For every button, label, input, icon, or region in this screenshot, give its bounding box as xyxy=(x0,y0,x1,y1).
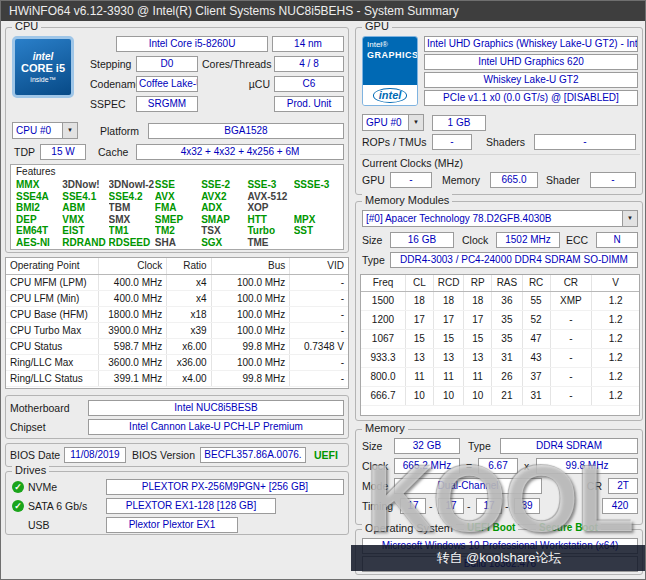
gpu-pcie-field: PCIe v1.1 x0 (0.0 GT/s) @ [DISABLED] xyxy=(424,90,638,106)
memory-clock-field: 665.0 xyxy=(490,172,538,188)
intel-graphics-logo: Intel® GRAPHICS intel xyxy=(362,36,418,106)
cpu-feature-sse4.1: SSE4.1 xyxy=(62,191,108,203)
gpu-group-label: GPU xyxy=(362,20,392,32)
memory-type-field: DDR4 SDRAM xyxy=(500,438,638,454)
timing-label: Timing xyxy=(362,498,396,514)
title-bar[interactable]: HWiNFO64 v6.12-3930 @ Intel(R) Client Sy… xyxy=(1,1,646,21)
logo-inside-text: inside™ xyxy=(30,75,55,84)
cpu-features-grid: MMX3DNow!3DNowI-2SSESSE-2SSE-3SSSE-3SSE4… xyxy=(16,179,340,247)
timing-trfc-field: 420 xyxy=(602,498,638,514)
cell: 15 xyxy=(464,329,492,348)
cpu-feature-dep: DEP xyxy=(16,214,62,226)
timing-tras-field: 39 xyxy=(514,498,540,514)
motherboard-group: Motherboard Intel NUC8i5BESB Chipset Int… xyxy=(5,395,349,439)
chevron-down-icon[interactable]: ▼ xyxy=(622,211,637,226)
uefi-boot-badge: UEFI Boot xyxy=(464,522,518,533)
bios-version-field: BECFL357.86A.0076. xyxy=(200,447,306,463)
cpu-feature-sse4.2: SSE4.2 xyxy=(109,191,155,203)
cell: 13 xyxy=(464,348,492,367)
ecc-field: N xyxy=(596,232,638,248)
cpu-feature-tme: TME xyxy=(247,237,293,249)
cell: 31 xyxy=(492,348,523,367)
cell: x36.00 xyxy=(167,354,211,370)
cell: x6.00 xyxy=(167,338,211,354)
cell: - xyxy=(550,367,592,386)
gpu-name-field: Intel UHD Graphics (Whiskey Lake-U GT2) … xyxy=(424,36,638,52)
cpu-feature-tm2: TM2 xyxy=(155,225,201,237)
column-header: Operating Point xyxy=(6,258,98,274)
module-timing-row: 666.71010102131-1.2 xyxy=(361,386,639,405)
gpu-group: GPU Intel® GRAPHICS intel Intel UHD Grap… xyxy=(355,27,643,195)
cpu-feature-adx: ADX xyxy=(201,202,247,214)
operating-point-table: Operating PointClockRatioBusVID CPU MFM … xyxy=(5,257,349,389)
cr-field: 2T xyxy=(608,478,638,494)
cell: 1.2 xyxy=(592,310,639,329)
cell: - xyxy=(290,290,348,306)
ucu-label: µCU xyxy=(238,76,270,92)
dash: - xyxy=(467,498,473,514)
rops-tmus-field: - xyxy=(432,134,472,150)
cell: 1.2 xyxy=(592,386,639,405)
stepping-label: Stepping xyxy=(90,56,134,72)
cpu-feature-em64t: EM64T xyxy=(16,225,62,237)
memory-clock-label: Clock xyxy=(362,458,390,474)
chevron-down-icon[interactable]: ▼ xyxy=(62,123,77,138)
cr-label: CR xyxy=(580,478,602,494)
cell: - xyxy=(550,386,592,405)
cell: 99.8 MHz xyxy=(211,370,290,386)
os-group-label: Operating System xyxy=(362,522,456,534)
column-header: RCD xyxy=(433,275,464,291)
shader-clock-label: Shader xyxy=(546,172,586,188)
cpu-feature-sst: SST xyxy=(294,225,340,237)
equals-sign: = xyxy=(466,458,476,474)
module-clock-field: 1502 MHz xyxy=(496,232,560,248)
cell: CPU MFM (LPM) xyxy=(6,274,98,290)
cell: 52 xyxy=(522,310,550,329)
intel-core-i5-logo: intel CORE i5 inside™ xyxy=(12,36,74,98)
cell: CPU Status xyxy=(6,338,98,354)
module-timing-row: 933.31313133143-1.2 xyxy=(361,348,639,367)
cell: CPU Turbo Max xyxy=(6,322,98,338)
cell: Ring/LLC Status xyxy=(6,370,98,386)
cpu-feature-aes-ni: AES-NI xyxy=(16,237,62,249)
cpu-feature-turbo: Turbo xyxy=(247,225,293,237)
cpu-feature-3dnow!: 3DNow! xyxy=(62,179,108,191)
cell: 11 xyxy=(464,367,492,386)
gpu-variant-field: Whiskey Lake-U GT2 xyxy=(424,72,638,88)
cell: CPU LFM (Min) xyxy=(6,290,98,306)
gpu-selector[interactable]: GPU #0 ▼ xyxy=(362,114,424,131)
operating-point-row: CPU Turbo Max3900.0 MHzx39100.0 MHz- xyxy=(6,322,348,338)
cpu-feature-ssse-3: SSSE-3 xyxy=(294,179,340,191)
cell: - xyxy=(550,348,592,367)
module-timings-table: FreqCLRCDRPRASRCCRV 15001818183655XMP1.2… xyxy=(360,274,640,416)
timing-trp-field: 17 xyxy=(476,498,502,514)
cell: 1500 xyxy=(361,291,405,310)
rops-tmus-label: ROPs / TMUs xyxy=(362,134,430,150)
motherboard-label: Motherboard xyxy=(10,400,84,416)
gpu-logo-brand-text: Intel® xyxy=(367,40,413,50)
cell: 17 xyxy=(433,310,464,329)
cpu-feature-rdseed: RDSEED xyxy=(109,237,155,249)
sspec-field: SRGMM xyxy=(136,96,198,112)
cpu-selector[interactable]: CPU #0 ▼ xyxy=(12,122,78,139)
cpu-feature-avx: AVX xyxy=(155,191,201,203)
cores-threads-label: Cores/Threads xyxy=(202,56,272,72)
memory-module-selector[interactable]: [#0] Apacer Technology 78.D2GFB.4030B ▼ xyxy=(362,210,638,227)
cell: x4 xyxy=(167,274,211,290)
operating-point-row: CPU Status598.7 MHzx6.0099.8 MHz0.7348 V xyxy=(6,338,348,354)
secure-boot-badge: Secure Boot xyxy=(536,522,601,533)
cpu-feature-sse-3: SSE-3 xyxy=(247,179,293,191)
cell: 10 xyxy=(405,386,433,405)
operating-point-row: CPU LFM (Min)400.0 MHzx4100.0 MHz- xyxy=(6,290,348,306)
chevron-down-icon[interactable]: ▼ xyxy=(408,115,423,130)
cpu-feature-blank xyxy=(294,202,340,214)
cell: 399.1 MHz xyxy=(98,370,166,386)
memory-ratio-field: 6.67 xyxy=(478,458,518,474)
cpu-feature-mmx: MMX xyxy=(16,179,62,191)
cpu-selector-value: CPU #0 xyxy=(13,123,62,138)
cell: 13 xyxy=(433,348,464,367)
cell: 11 xyxy=(433,367,464,386)
platform-label: Platform xyxy=(100,123,144,139)
cpu-feature-sse-2: SSE-2 xyxy=(201,179,247,191)
cores-threads-field: 4 / 8 xyxy=(274,56,344,72)
